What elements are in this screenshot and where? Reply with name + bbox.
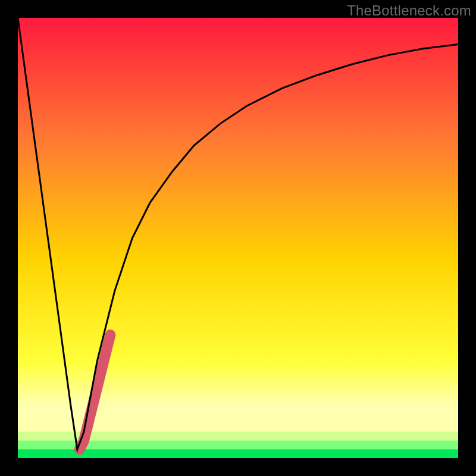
bottleneck-chart xyxy=(18,18,458,458)
watermark-text: TheBottleneck.com xyxy=(347,2,471,19)
chart-frame: TheBottleneck.com xyxy=(0,0,476,476)
gradient-background xyxy=(18,18,458,458)
plot-area xyxy=(18,18,458,458)
